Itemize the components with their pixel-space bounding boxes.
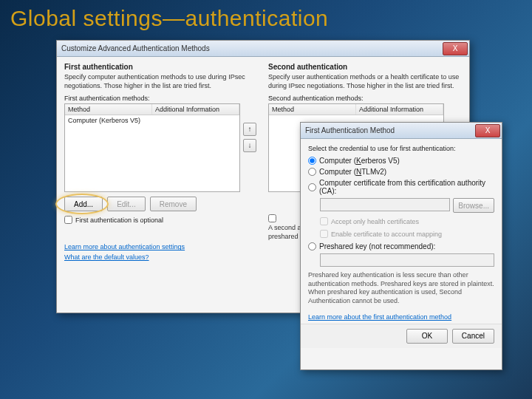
radio-label: Computer certificate from this certifica…: [319, 179, 494, 195]
radio-label: Computer (NTLMv2): [319, 168, 386, 176]
learn-more-link[interactable]: Learn more about authentication settings: [64, 243, 258, 250]
prompt-text: Select the credential to use for first a…: [308, 145, 494, 152]
psk-input[interactable]: [320, 253, 494, 267]
checkbox-input[interactable]: [64, 216, 72, 224]
col-method: Method: [65, 104, 152, 115]
radio-input[interactable]: [308, 157, 316, 165]
radio-cert[interactable]: Computer certificate from this certifica…: [308, 179, 494, 195]
radio-label: Preshared key (not recommended):: [319, 242, 435, 250]
ok-button[interactable]: OK: [406, 329, 448, 344]
cert-mapping-checkbox[interactable]: Enable certificate to account mapping: [320, 230, 494, 238]
first-auth-desc: Specify computer authentication methods …: [64, 73, 258, 90]
health-cert-checkbox[interactable]: Accept only health certificates: [320, 217, 494, 225]
close-icon[interactable]: X: [443, 42, 468, 55]
browse-button[interactable]: Browse...: [453, 198, 494, 213]
default-values-link[interactable]: What are the default values?: [64, 253, 258, 261]
radio-psk[interactable]: Preshared key (not recommended):: [308, 242, 494, 250]
checkbox-label: Enable certificate to account mapping: [331, 231, 442, 238]
sub-title-text: First Authentication Method: [305, 126, 395, 134]
checkbox-label: First authentication is optional: [75, 216, 163, 224]
radio-input[interactable]: [308, 242, 316, 250]
first-auth-heading: First authentication: [64, 63, 258, 71]
ca-input[interactable]: [320, 198, 450, 211]
second-methods-label: Second authentication methods:: [268, 95, 462, 102]
close-icon[interactable]: X: [475, 124, 500, 137]
slide-title: Global settings—authentication: [0, 0, 532, 37]
checkbox-input[interactable]: [320, 217, 328, 225]
col-info: Additional Information: [152, 104, 239, 115]
list-item[interactable]: Computer (Kerberos V5): [65, 115, 239, 126]
checkbox-input[interactable]: [268, 214, 276, 222]
checkbox-input[interactable]: [320, 230, 328, 238]
checkbox-label: Accept only health certificates: [331, 218, 419, 225]
cancel-button[interactable]: Cancel: [452, 329, 494, 344]
radio-label: Computer (Kerberos V5): [319, 157, 400, 165]
radio-kerberos[interactable]: Computer (Kerberos V5): [308, 157, 494, 165]
main-title-text: Customize Advanced Authentication Method…: [61, 44, 210, 52]
radio-input[interactable]: [308, 168, 316, 176]
learn-more-first-auth-link[interactable]: Learn more about the first authenticatio…: [308, 313, 494, 321]
first-methods-label: First authentication methods:: [64, 95, 258, 102]
psk-note: Preshared key authentication is less sec…: [308, 271, 494, 306]
sub-titlebar: First Authentication Method X: [301, 123, 502, 139]
radio-ntlm[interactable]: Computer (NTLMv2): [308, 168, 494, 176]
col-method: Method: [269, 104, 356, 115]
second-auth-heading: Second authentication: [268, 63, 462, 71]
edit-button[interactable]: Edit...: [107, 197, 146, 211]
main-titlebar: Customize Advanced Authentication Method…: [57, 41, 469, 57]
first-auth-column: First authentication Specify computer au…: [64, 63, 258, 261]
first-optional-checkbox[interactable]: First authentication is optional: [64, 216, 258, 224]
col-info: Additional Information: [356, 104, 443, 115]
remove-button[interactable]: Remove: [150, 197, 197, 211]
move-down-button[interactable]: ↓: [243, 139, 256, 152]
highlight-ring: [55, 194, 109, 214]
sub-dialog: First Authentication Method X Select the…: [300, 122, 502, 370]
first-methods-list[interactable]: Method Additional Information Computer (…: [64, 103, 240, 192]
move-up-button[interactable]: ↑: [243, 123, 256, 136]
second-auth-desc: Specify user authentication methods or a…: [268, 73, 462, 90]
radio-input[interactable]: [308, 183, 316, 191]
